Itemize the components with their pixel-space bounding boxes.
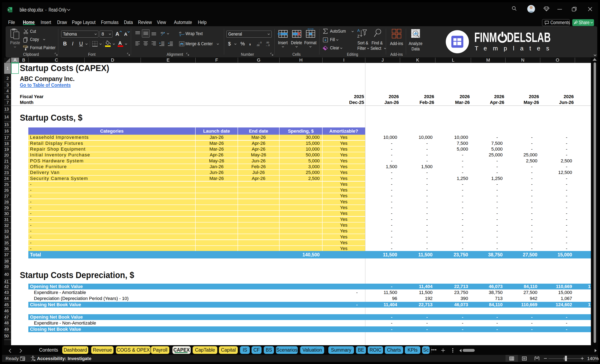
svg-text:x: x [8, 9, 9, 11]
svg-text:.00: .00 [266, 41, 269, 44]
svg-text:←0: ←0 [258, 41, 262, 44]
svg-text:ab: ab [179, 31, 181, 34]
svg-text:.00: .00 [256, 44, 260, 46]
svg-text:Z: Z [357, 34, 360, 38]
svg-text:A: A [357, 28, 360, 33]
svg-text:ab: ab [161, 31, 163, 34]
svg-text:→.0: →.0 [265, 44, 270, 46]
